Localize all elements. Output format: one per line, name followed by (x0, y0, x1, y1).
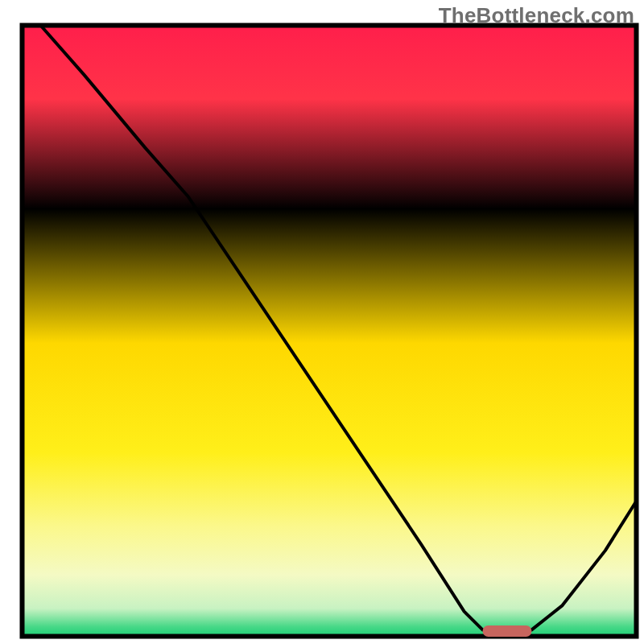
chart-stage: TheBottleneck.com (0, 0, 644, 644)
watermark-text: TheBottleneck.com (439, 3, 634, 28)
gradient-background (23, 26, 636, 636)
highlight-marker (483, 625, 532, 637)
bottleneck-chart (0, 0, 644, 644)
